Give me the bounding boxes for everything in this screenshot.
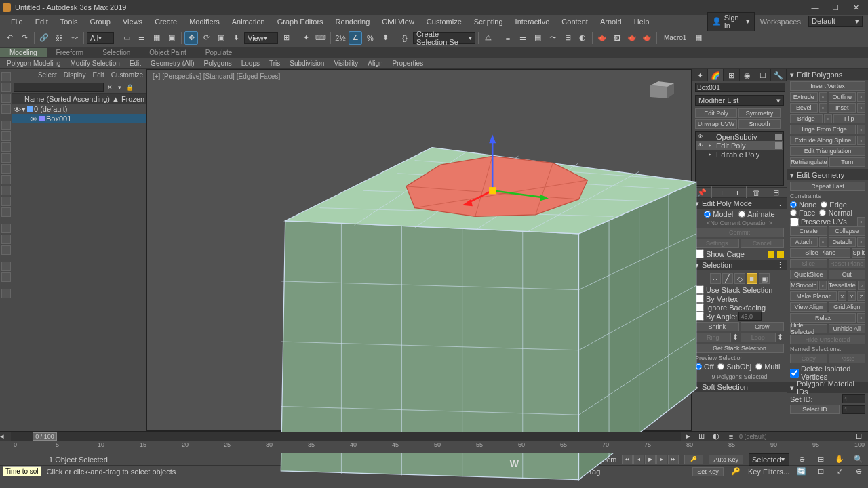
scene-tab-edit[interactable]: Edit — [93, 71, 104, 79]
redo-button[interactable]: ↷ — [18, 31, 31, 45]
menu-create[interactable]: Create — [149, 16, 182, 27]
rect-region-button[interactable]: ▦ — [150, 31, 163, 45]
cmd-tab-modify[interactable]: 🌈 — [708, 69, 724, 81]
snap-2d-button[interactable]: 2½ — [334, 31, 347, 45]
modbtn-symmetry[interactable]: Symmetry — [738, 108, 781, 118]
schematic-button[interactable]: ⊞ — [561, 31, 574, 45]
view-align-button[interactable]: View Align — [790, 302, 827, 312]
scale-button[interactable]: ▣ — [214, 31, 228, 45]
lbar-9[interactable] — [1, 164, 11, 174]
scene-add-icon[interactable]: + — [136, 83, 144, 92]
key-target-dropdown[interactable]: Selected▾ — [749, 453, 789, 466]
scene-search-input[interactable] — [14, 83, 104, 92]
lbar-6[interactable] — [1, 131, 11, 141]
cmd-tab-display[interactable]: ☐ — [755, 69, 771, 81]
detach-button[interactable]: Detach — [829, 237, 856, 247]
lbar-18[interactable] — [1, 272, 11, 282]
constraint-none[interactable]: None — [790, 201, 816, 209]
object-name-input[interactable] — [695, 83, 785, 92]
workspaces-dropdown[interactable]: Default▾ — [808, 16, 863, 27]
relax-button[interactable]: Relax — [790, 313, 856, 323]
retri-button[interactable]: Retriangulate — [790, 157, 828, 167]
lbar-4[interactable] — [1, 104, 11, 114]
quickslice-button[interactable]: QuickSlice — [790, 270, 827, 279]
shrink-button[interactable]: Shrink — [695, 322, 739, 331]
setid-input[interactable] — [842, 394, 865, 403]
planar-z[interactable]: Z — [857, 291, 865, 301]
rollout-softsel-header[interactable]: ▸Soft Selection — [692, 382, 787, 392]
hide-sel-button[interactable]: Hide Selected — [790, 324, 827, 333]
edit-geometry-header[interactable]: ▾Edit Geometry — [787, 169, 868, 180]
unhide-button[interactable]: Unhide All — [829, 324, 866, 333]
flip-button[interactable]: Flip — [833, 114, 866, 123]
move-button[interactable]: ✥ — [184, 31, 198, 45]
menu-tools[interactable]: Tools — [55, 16, 83, 27]
scene-tab-select[interactable]: Select — [38, 71, 57, 79]
hinge-button[interactable]: Hinge From Edge — [790, 125, 856, 134]
delete-isolated-check[interactable]: Delete Isolated Vertices — [790, 365, 865, 381]
sel-border-button[interactable]: ◇ — [734, 273, 745, 284]
bevel-button[interactable]: Bevel — [790, 103, 818, 113]
modbtn-edit-poly[interactable]: Edit Poly — [695, 108, 737, 118]
nav-2[interactable]: ⊞ — [814, 453, 827, 466]
lbar-19[interactable] — [1, 289, 11, 298]
scene-tab-display[interactable]: Display — [64, 71, 86, 79]
scene-lock-icon[interactable]: 🔒 — [125, 83, 134, 92]
ribbon-item[interactable]: Loops — [237, 59, 264, 68]
ribbon-item[interactable]: Polygons — [200, 59, 236, 68]
ribbon-item[interactable]: Modify Selection — [66, 59, 124, 68]
scene-col-name[interactable]: Name (Sorted Ascending) — [12, 95, 112, 103]
cmd-tab-motion[interactable]: ◉ — [740, 69, 755, 81]
selid-input[interactable] — [842, 405, 865, 414]
nav-7[interactable]: ⤢ — [833, 465, 846, 479]
viewcube-icon[interactable] — [644, 77, 677, 104]
modifier-stack[interactable]: 👁OpenSubdiv 👁▸Edit Poly ▸Editable Poly — [695, 131, 784, 186]
use-stack-check[interactable]: Use Stack Selection — [695, 285, 784, 294]
stack-unique-button[interactable]: ⅱ — [730, 186, 743, 199]
named-sel-dropdown[interactable]: Create Selection Se▾ — [413, 32, 475, 44]
lbar-8[interactable] — [1, 153, 11, 163]
manipulate-button[interactable]: ✦ — [299, 31, 313, 45]
menu-interactive[interactable]: Interactive — [510, 16, 555, 27]
ignore-back-check[interactable]: Ignore Backfacing — [695, 303, 784, 312]
edit-named-sel-button[interactable]: {} — [398, 31, 412, 45]
menu-arnold[interactable]: Arnold — [595, 16, 627, 27]
lbar-17[interactable] — [1, 262, 11, 271]
undo-button[interactable]: ↶ — [3, 31, 16, 45]
stack-show-button[interactable]: ⅰ — [715, 186, 728, 199]
cmd-tab-create[interactable]: ✦ — [692, 69, 708, 81]
ribbon-item[interactable]: Align — [363, 59, 387, 68]
tree-item-box001[interactable]: 👁 Box001 — [12, 114, 146, 123]
viewport[interactable]: [+] [Perspective] [Standard] [Edged Face… — [146, 69, 692, 431]
time-slider[interactable]: ◂ 0 / 100 ▸ ⊞ ◐ ≡ 0 (default) ⊡ — [0, 431, 868, 441]
showcage-check[interactable]: Show Cage — [695, 249, 745, 258]
lbar-15[interactable] — [1, 235, 11, 244]
toggle-ribbon-button[interactable]: ▤ — [531, 31, 545, 45]
scene-filter-icon[interactable]: ▾ — [115, 83, 124, 92]
mirror-button[interactable]: ⧋ — [481, 31, 495, 45]
time-handle[interactable]: 0 / 100 — [33, 432, 57, 441]
link-button[interactable]: 🔗 — [37, 31, 51, 45]
extrude-button[interactable]: Extrude — [790, 92, 818, 102]
sliceplane-button[interactable]: Slice Plane — [790, 248, 850, 258]
render-button1[interactable]: 🫖 — [625, 31, 639, 45]
rollout-editpoly-header[interactable]: ▾Edit Poly Mode⋮ — [692, 198, 787, 209]
lbar-12[interactable] — [1, 197, 11, 206]
align-button[interactable]: ≡ — [501, 31, 515, 45]
viewport-3d[interactable]: W — [147, 70, 691, 488]
ribbon-item[interactable]: Polygon Modeling — [3, 59, 65, 68]
create-button[interactable]: Create — [790, 226, 827, 236]
by-angle-check[interactable]: By Angle: — [695, 312, 737, 321]
menu-group[interactable]: Group — [84, 16, 116, 27]
nav-3[interactable]: ✋ — [833, 453, 846, 466]
outline-settings[interactable]: ▫ — [857, 92, 865, 102]
menu-file[interactable]: File — [5, 16, 28, 27]
menu-content[interactable]: Content — [556, 16, 593, 27]
preserve-uvs-check[interactable]: Preserve UVs▫ — [790, 217, 865, 226]
angle-input[interactable] — [738, 312, 762, 321]
stack-pin-button[interactable]: 📌 — [695, 186, 709, 199]
nav-1[interactable]: ⊕ — [795, 453, 808, 466]
menu-animation[interactable]: Animation — [226, 16, 271, 27]
ribbon-item[interactable]: Edit — [125, 59, 145, 68]
mode-animate-radio[interactable]: Animate — [738, 210, 774, 218]
